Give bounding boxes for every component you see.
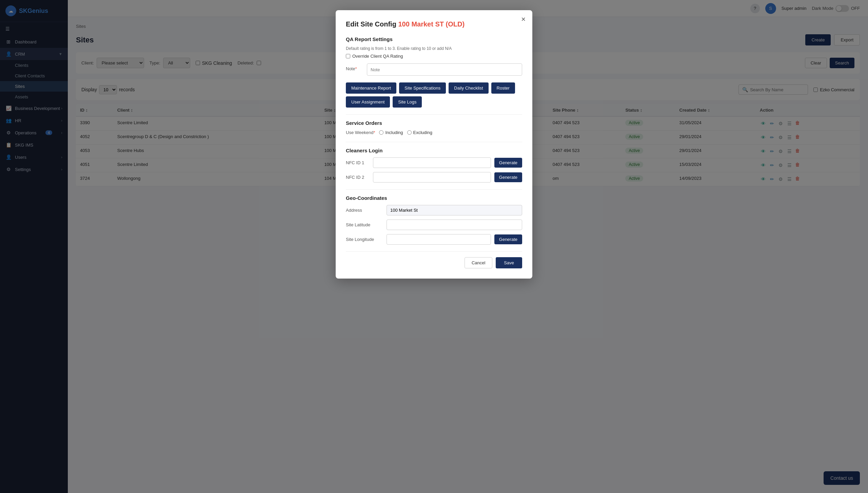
nfc-id-1-input[interactable]: [373, 157, 491, 168]
qa-section-title: QA Report Settings: [346, 36, 522, 42]
override-qa-row: Override Client QA Rating: [346, 54, 522, 59]
modal-footer: Cancel Save: [346, 251, 522, 268]
note-required: *: [355, 66, 357, 71]
longitude-row: Site Longitude Generate: [346, 234, 522, 245]
use-weekend-row: Use Weekend* Including Excluding: [346, 130, 522, 135]
qa-settings-section: QA Report Settings Default rating is fro…: [346, 36, 522, 76]
excluding-radio[interactable]: [407, 130, 412, 135]
cleaners-login-title: Cleaners Login: [346, 148, 522, 153]
nfc-id-2-label: NFC ID 2: [346, 175, 370, 180]
latitude-input[interactable]: [387, 220, 522, 230]
override-qa-label: Override Client QA Rating: [352, 54, 403, 59]
latitude-row: Site Latitude: [346, 220, 522, 230]
report-buttons-group: Maintenance Report Site Specifications D…: [346, 82, 522, 108]
address-row: Address: [346, 205, 522, 215]
address-input[interactable]: [387, 205, 522, 215]
note-input[interactable]: [367, 63, 522, 76]
address-label: Address: [346, 208, 383, 213]
use-weekend-label: Use Weekend*: [346, 130, 375, 135]
maintenance-report-button[interactable]: Maintenance Report: [346, 82, 396, 94]
edit-site-config-modal: × Edit Site Config 100 Market ST (OLD) Q…: [336, 10, 532, 279]
longitude-label: Site Longitude: [346, 237, 383, 242]
site-logs-button[interactable]: Site Logs: [393, 96, 422, 108]
nfc-id-1-row: NFC ID 1 Generate: [346, 157, 522, 168]
modal-title: Edit Site Config 100 Market ST (OLD): [346, 20, 522, 28]
including-option[interactable]: Including: [379, 130, 403, 135]
override-qa-checkbox[interactable]: [346, 54, 350, 58]
latitude-label: Site Latitude: [346, 222, 383, 227]
geo-coordinates-section: Geo-Coordinates Address Site Latitude Si…: [346, 195, 522, 245]
qa-description: Default rating is from 1 to 3. Enable ra…: [346, 46, 522, 51]
cleaners-login-section: Cleaners Login NFC ID 1 Generate NFC ID …: [346, 148, 522, 183]
roster-button[interactable]: Roster: [491, 82, 515, 94]
excluding-option[interactable]: Excluding: [407, 130, 432, 135]
nfc-id-1-label: NFC ID 1: [346, 160, 370, 165]
nfc-id-1-generate-button[interactable]: Generate: [494, 158, 522, 168]
geo-coordinates-title: Geo-Coordinates: [346, 195, 522, 201]
modal-overlay[interactable]: × Edit Site Config 100 Market ST (OLD) Q…: [0, 0, 868, 493]
daily-checklist-button[interactable]: Daily Checklist: [449, 82, 488, 94]
note-label: Note*: [346, 63, 363, 71]
geo-generate-button[interactable]: Generate: [494, 234, 522, 244]
nfc-id-2-input[interactable]: [373, 172, 491, 183]
nfc-id-2-row: NFC ID 2 Generate: [346, 172, 522, 183]
user-assignment-button[interactable]: User Assignment: [346, 96, 390, 108]
cancel-button[interactable]: Cancel: [465, 257, 492, 268]
nfc-id-2-generate-button[interactable]: Generate: [494, 172, 522, 182]
service-orders-section: Service Orders Use Weekend* Including Ex…: [346, 120, 522, 135]
modal-title-site: 100 Market ST (OLD): [398, 20, 465, 28]
service-orders-title: Service Orders: [346, 120, 522, 126]
modal-close-button[interactable]: ×: [521, 16, 526, 23]
including-radio[interactable]: [379, 130, 383, 135]
site-specifications-button[interactable]: Site Specifications: [399, 82, 446, 94]
save-button[interactable]: Save: [496, 257, 522, 268]
longitude-input[interactable]: [387, 234, 491, 245]
note-row: Note*: [346, 63, 522, 76]
